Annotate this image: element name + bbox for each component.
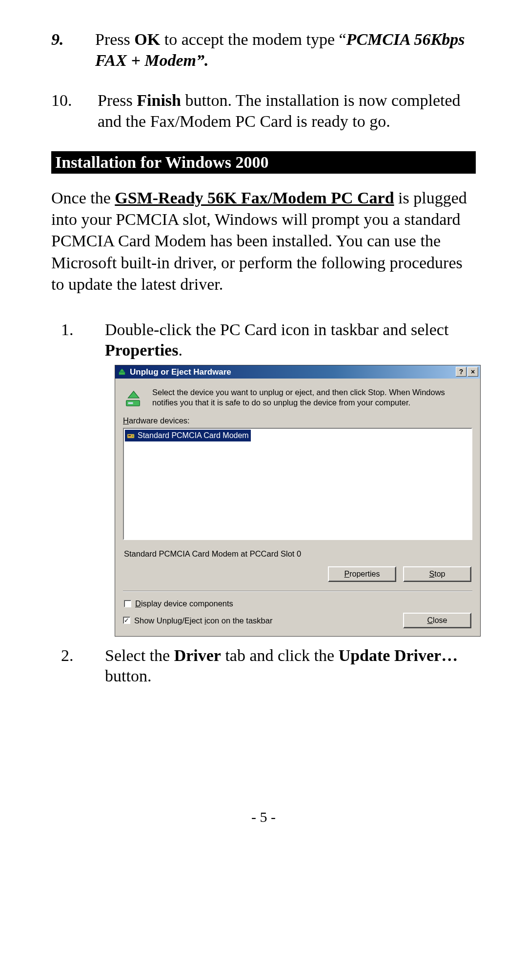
- text-bold: Driver: [174, 646, 221, 664]
- help-icon: ?: [459, 368, 464, 377]
- step-body: Double-click the PC Card icon in taskbar…: [105, 320, 481, 645]
- dialog-screenshot: Unplug or Eject Hardware ? ×: [105, 365, 481, 637]
- svg-rect-2: [128, 402, 133, 404]
- text: to accept the modem type “: [160, 30, 346, 48]
- description-row: Select the device you want to unplug or …: [123, 387, 472, 410]
- close-button[interactable]: Close: [403, 613, 471, 628]
- stop-button[interactable]: Stop: [403, 566, 471, 582]
- dialog-body: Select the device you want to unplug or …: [115, 379, 480, 636]
- step-number: 1.: [51, 320, 105, 645]
- dialog-description: Select the device you want to unplug or …: [152, 387, 472, 410]
- text: tab and click the: [221, 646, 339, 664]
- step-10: 10. Press Finish button. The installatio…: [51, 90, 476, 132]
- text-bold: OK: [134, 30, 160, 48]
- dialog-title: Unplug or Eject Hardware: [130, 367, 456, 377]
- checkbox-label: Display device components: [135, 599, 233, 609]
- hardware-devices-list[interactable]: Standard PCMCIA Card Modem: [123, 428, 472, 540]
- text-bold: Properties: [105, 341, 178, 359]
- display-components-row: Display device components: [124, 599, 472, 609]
- checkmark-icon: ✓: [124, 617, 129, 623]
- text: Select the: [105, 646, 174, 664]
- hardware-eject-icon: [118, 367, 127, 376]
- modem-icon: [127, 432, 135, 440]
- svg-point-5: [132, 435, 133, 436]
- close-icon: ×: [471, 368, 475, 377]
- properties-button[interactable]: Properties: [328, 566, 396, 582]
- text-bold: Finish: [137, 91, 181, 109]
- list-item-label: Standard PCMCIA Card Modem: [138, 431, 249, 440]
- text: Press: [95, 30, 134, 48]
- separator: [123, 591, 472, 592]
- step-body: Select the Driver tab and click the Upda…: [105, 645, 476, 687]
- device-status-line: Standard PCMCIA Card Modem at PCCard Slo…: [124, 549, 472, 559]
- svg-rect-4: [128, 435, 131, 436]
- step-10-number: 10.: [51, 90, 98, 132]
- step-9-number: 9.: [51, 29, 95, 71]
- display-components-checkbox[interactable]: [124, 600, 131, 607]
- step-10-body: Press Finish button. The installation is…: [98, 90, 476, 132]
- text: button.: [105, 667, 151, 685]
- unplug-eject-hardware-dialog: Unplug or Eject Hardware ? ×: [115, 365, 481, 637]
- section-heading: Installation for Windows 2000: [51, 151, 476, 174]
- step-9-body: Press OK to accept the modem type “PCMCI…: [95, 29, 476, 71]
- win2000-step-2: 2. Select the Driver tab and click the U…: [51, 645, 476, 687]
- text-bold: Update Driver…: [339, 646, 458, 664]
- close-button[interactable]: ×: [467, 367, 478, 377]
- intro-paragraph: Once the GSM-Ready 56K Fax/Modem PC Card…: [51, 187, 476, 295]
- hardware-devices-label: Hardware devices:: [123, 416, 472, 426]
- step-number: 2.: [51, 645, 105, 687]
- win2000-step-1: 1. Double-click the PC Card icon in task…: [51, 320, 476, 645]
- bottom-row: ✓ Show Unplug/Eject icon on the taskbar …: [123, 613, 472, 628]
- checkbox-label: Show Unplug/Eject icon on the taskbar: [134, 616, 272, 626]
- show-icon-checkbox[interactable]: ✓: [123, 617, 130, 624]
- list-item[interactable]: Standard PCMCIA Card Modem: [125, 430, 251, 441]
- titlebar[interactable]: Unplug or Eject Hardware ? ×: [115, 365, 480, 379]
- button-row: Properties Stop: [123, 566, 472, 582]
- document-page: 9. Press OK to accept the modem type “PC…: [0, 0, 527, 845]
- product-name: GSM-Ready 56K Fax/Modem PC Card: [115, 189, 394, 207]
- hardware-eject-icon: [123, 387, 145, 410]
- text: Once the: [51, 189, 115, 207]
- show-icon-row: ✓ Show Unplug/Eject icon on the taskbar: [123, 616, 272, 626]
- help-button[interactable]: ?: [456, 367, 466, 377]
- step-9: 9. Press OK to accept the modem type “PC…: [51, 29, 476, 71]
- page-number: - 5 -: [51, 809, 476, 825]
- text: .: [178, 341, 182, 359]
- text: Double-click the PC Card icon in taskbar…: [105, 320, 448, 339]
- svg-rect-0: [119, 372, 125, 375]
- text: Press: [98, 91, 137, 109]
